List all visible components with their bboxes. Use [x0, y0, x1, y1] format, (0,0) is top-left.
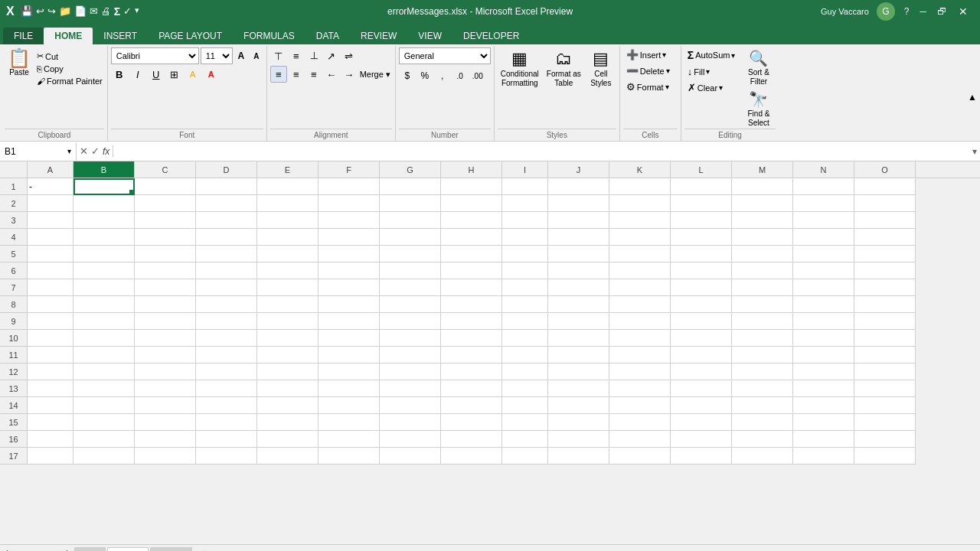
cell-b4[interactable]	[74, 229, 135, 246]
insert-btn[interactable]: ➕Insert▾	[623, 47, 678, 62]
cell-g6[interactable]	[380, 262, 441, 279]
cell-b12[interactable]	[74, 364, 135, 380]
cell-d17[interactable]	[196, 448, 257, 465]
cell-b1[interactable]	[74, 178, 135, 195]
cell-n12[interactable]	[793, 364, 854, 380]
cell-j10[interactable]	[548, 330, 609, 347]
cell-f10[interactable]	[318, 330, 380, 347]
cell-a1[interactable]: -	[28, 178, 74, 195]
left-align-btn[interactable]: ≡	[270, 66, 287, 83]
cell-a11[interactable]	[28, 347, 74, 364]
cell-e12[interactable]	[257, 364, 318, 380]
cell-l6[interactable]	[671, 262, 732, 279]
right-align-btn[interactable]: ≡	[305, 66, 322, 83]
decrease-font-btn[interactable]: A	[250, 49, 263, 63]
cell-j8[interactable]	[548, 296, 609, 313]
cell-styles-btn[interactable]: ▤ Cell Styles	[586, 47, 616, 89]
cell-j2[interactable]	[548, 195, 609, 212]
cell-i12[interactable]	[502, 364, 548, 380]
cell-b15[interactable]	[74, 414, 135, 431]
cell-e7[interactable]	[257, 279, 318, 296]
add-sheet-btn[interactable]: +	[197, 546, 214, 551]
cell-a8[interactable]	[28, 296, 74, 313]
cell-j11[interactable]	[548, 347, 609, 364]
bottom-align-btn[interactable]: ⊤	[305, 47, 322, 64]
cell-e5[interactable]	[257, 246, 318, 262]
underline-btn[interactable]: U	[148, 66, 165, 83]
percent-btn[interactable]: %	[416, 67, 433, 84]
cell-n1[interactable]	[793, 178, 854, 195]
dollar-btn[interactable]: $	[399, 67, 416, 84]
cell-h12[interactable]	[441, 364, 502, 380]
cell-k13[interactable]	[609, 380, 671, 397]
cell-h1[interactable]	[441, 178, 502, 195]
row-num-9[interactable]: 9	[0, 313, 28, 330]
cell-l17[interactable]	[671, 448, 732, 465]
cell-n13[interactable]	[793, 380, 854, 397]
cell-d8[interactable]	[196, 296, 257, 313]
increase-font-btn[interactable]: A	[234, 49, 248, 63]
cell-i8[interactable]	[502, 296, 548, 313]
cell-n3[interactable]	[793, 212, 854, 229]
cell-c12[interactable]	[135, 364, 196, 380]
horizontal-scroll-bar[interactable]: ◄ ►	[674, 549, 980, 552]
row-num-1[interactable]: 1	[0, 178, 28, 195]
cell-g13[interactable]	[380, 380, 441, 397]
row-num-6[interactable]: 6	[0, 262, 28, 279]
cell-c4[interactable]	[135, 229, 196, 246]
cell-g7[interactable]	[380, 279, 441, 296]
cell-m13[interactable]	[732, 380, 793, 397]
cell-m10[interactable]	[732, 330, 793, 347]
save-qat-btn[interactable]: 💾	[21, 5, 33, 18]
row-num-14[interactable]: 14	[0, 397, 28, 414]
cell-c14[interactable]	[135, 397, 196, 414]
help-btn[interactable]: ?	[900, 5, 914, 18]
cell-k7[interactable]	[609, 279, 671, 296]
check-btn[interactable]: ✓	[123, 5, 132, 18]
sheet-nav-prev-btn[interactable]: ◄	[21, 547, 37, 552]
col-header-a[interactable]: A	[28, 161, 74, 178]
cell-o9[interactable]	[854, 313, 916, 330]
delete-btn[interactable]: ➖Delete▾	[623, 64, 678, 78]
cell-k15[interactable]	[609, 414, 671, 431]
cell-o16[interactable]	[854, 431, 916, 448]
cell-d2[interactable]	[196, 195, 257, 212]
auto-sum-btn[interactable]: ΣAutoSum▾	[684, 47, 739, 63]
cell-n6[interactable]	[793, 262, 854, 279]
col-header-f[interactable]: F	[318, 161, 380, 178]
cell-g17[interactable]	[380, 448, 441, 465]
cell-f8[interactable]	[318, 296, 380, 313]
cell-a5[interactable]	[28, 246, 74, 262]
sheet-nav-last-btn[interactable]: ►|	[54, 547, 71, 552]
cell-l8[interactable]	[671, 296, 732, 313]
tab-review[interactable]: REVIEW	[350, 28, 407, 44]
cell-j17[interactable]	[548, 448, 609, 465]
col-header-g[interactable]: G	[380, 161, 441, 178]
cell-i1[interactable]	[502, 178, 548, 195]
fill-btn[interactable]: ↓Fill▾	[684, 64, 739, 79]
cell-j13[interactable]	[548, 380, 609, 397]
cell-j1[interactable]	[548, 178, 609, 195]
open-btn[interactable]: 📁	[59, 5, 71, 18]
cell-o12[interactable]	[854, 364, 916, 380]
font-name-select[interactable]: Calibri	[111, 47, 199, 64]
cell-h17[interactable]	[441, 448, 502, 465]
cell-m12[interactable]	[732, 364, 793, 380]
cell-b8[interactable]	[74, 296, 135, 313]
cell-c9[interactable]	[135, 313, 196, 330]
cell-i2[interactable]	[502, 195, 548, 212]
undo-btn[interactable]: ↩	[36, 5, 44, 18]
cell-f5[interactable]	[318, 246, 380, 262]
cell-n4[interactable]	[793, 229, 854, 246]
cell-h13[interactable]	[441, 380, 502, 397]
sum-btn[interactable]: Σ	[114, 5, 120, 18]
cell-d12[interactable]	[196, 364, 257, 380]
cell-f17[interactable]	[318, 448, 380, 465]
tab-home[interactable]: HOME	[44, 28, 93, 44]
cell-e4[interactable]	[257, 229, 318, 246]
cell-n9[interactable]	[793, 313, 854, 330]
cell-k10[interactable]	[609, 330, 671, 347]
cell-a14[interactable]	[28, 397, 74, 414]
cell-m9[interactable]	[732, 313, 793, 330]
cell-k2[interactable]	[609, 195, 671, 212]
